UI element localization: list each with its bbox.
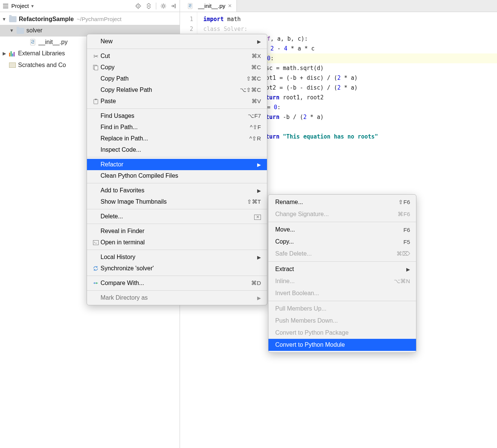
- menu-replace-in-path[interactable]: Replace in Path...^⇧R: [87, 133, 267, 144]
- svg-point-20: [32, 40, 32, 41]
- svg-rect-27: [93, 240, 98, 245]
- paste-icon: [91, 99, 101, 104]
- root-path: ~/PycharmProject: [77, 14, 122, 25]
- menu-local-history[interactable]: Local History▶: [87, 251, 267, 263]
- root-name: RefactoringSample: [19, 14, 74, 25]
- svg-rect-18: [175, 4, 175, 8]
- svg-point-21: [33, 43, 34, 44]
- menu-separator: [87, 157, 267, 157]
- svg-rect-26: [95, 99, 97, 100]
- file-label: __init__.py: [38, 37, 67, 48]
- project-view-label: Project: [11, 3, 29, 9]
- folder-label: solver: [26, 25, 43, 36]
- tree-root[interactable]: ▼ RefactoringSample ~/PycharmProject: [0, 14, 180, 25]
- svg-rect-25: [94, 99, 98, 104]
- python-file-icon: [29, 39, 36, 46]
- sync-icon: [91, 265, 101, 271]
- chevron-down-icon: ▼: [30, 4, 35, 8]
- submenu-change-signature: Change Signature...⌘F6: [268, 208, 416, 220]
- submenu-arrow-icon: ▶: [257, 295, 261, 301]
- menu-add-favorites[interactable]: Add to Favorites▶: [87, 185, 267, 196]
- copy-icon: [91, 65, 101, 70]
- menu-refactor[interactable]: Refactor▶: [87, 159, 267, 170]
- menu-compare-with[interactable]: Compare With...⌘D: [87, 277, 267, 289]
- chevron-down-icon: ▼: [9, 26, 14, 35]
- chevron-right-icon: ▶: [2, 49, 7, 58]
- menu-separator: [268, 301, 416, 301]
- gear-icon[interactable]: [160, 3, 167, 9]
- svg-line-14: [162, 4, 162, 5]
- menu-inspect-code[interactable]: Inspect Code...: [87, 144, 267, 155]
- python-file-icon: [187, 3, 194, 9]
- svg-point-9: [162, 5, 165, 7]
- menu-delete[interactable]: Delete...✕: [87, 211, 267, 222]
- close-icon[interactable]: ✕: [228, 3, 232, 9]
- folder-icon: [9, 16, 17, 22]
- menu-separator: [87, 224, 267, 224]
- menu-separator: [87, 108, 267, 109]
- menu-paste[interactable]: Paste⌘V: [87, 96, 267, 107]
- tab-label: __init__.py: [198, 3, 226, 9]
- menu-separator: [87, 250, 267, 250]
- scratches-label: Scratches and Co: [18, 59, 66, 71]
- menu-separator: [87, 290, 267, 291]
- menu-separator: [268, 261, 416, 262]
- menu-show-thumbnails[interactable]: Show Image Thumbnails⇧⌘T: [87, 196, 267, 207]
- menu-open-terminal[interactable]: Open in terminal: [87, 237, 267, 248]
- refactor-submenu: Rename...⇧F6 Change Signature...⌘F6 Move…: [268, 194, 416, 353]
- terminal-icon: [91, 240, 101, 245]
- libraries-icon: [9, 50, 16, 56]
- toolbar-separator: [156, 3, 156, 9]
- editor-tabbar: __init__.py ✕: [180, 0, 497, 12]
- menu-reveal-finder[interactable]: Reveal in Finder: [87, 226, 267, 237]
- ext-lib-label: External Libraries: [18, 48, 65, 59]
- context-menu: New▶ ✂Cut⌘X Copy⌘C Copy Path⇧⌘C Copy Rel…: [87, 34, 267, 305]
- menu-find-in-path[interactable]: Find in Path...^⇧F: [87, 122, 267, 133]
- menu-find-usages[interactable]: Find Usages⌥F7: [87, 110, 267, 122]
- menu-cut[interactable]: ✂Cut⌘X: [87, 50, 267, 62]
- svg-rect-0: [3, 4, 8, 5]
- locate-icon[interactable]: [135, 3, 142, 9]
- submenu-copy[interactable]: Copy...F5: [268, 236, 416, 248]
- menu-new[interactable]: New▶: [87, 36, 267, 47]
- editor-tab-init[interactable]: __init__.py ✕: [180, 0, 237, 12]
- scratches-icon: [9, 62, 16, 68]
- submenu-rename[interactable]: Rename...⇧F6: [268, 196, 416, 208]
- menu-separator: [87, 209, 267, 209]
- menu-clean-pyc[interactable]: Clean Python Compiled Files: [87, 170, 267, 181]
- menu-synchronize[interactable]: Synchronize 'solver': [87, 263, 267, 274]
- gutter-line: 2: [180, 24, 193, 34]
- submenu-move[interactable]: Move...F6: [268, 224, 416, 236]
- svg-line-17: [165, 4, 165, 5]
- submenu-arrow-icon: ▶: [257, 162, 261, 168]
- svg-rect-2: [3, 8, 8, 8]
- svg-point-4: [137, 5, 139, 6]
- collapse-all-icon[interactable]: [145, 3, 152, 9]
- submenu-convert-module[interactable]: Convert to Python Module: [268, 339, 416, 351]
- menu-copy[interactable]: Copy⌘C: [87, 62, 267, 73]
- menu-copy-relative-path[interactable]: Copy Relative Path⌥⇧⌘C: [87, 84, 267, 96]
- hide-icon[interactable]: [171, 3, 177, 9]
- submenu-extract[interactable]: Extract▶: [268, 263, 416, 275]
- compare-icon: [91, 280, 101, 286]
- submenu-arrow-icon: ▶: [257, 39, 261, 44]
- cut-icon: ✂: [91, 53, 101, 60]
- submenu-invert-boolean: Invert Boolean...: [268, 287, 416, 299]
- menu-copy-path[interactable]: Copy Path⇧⌘C: [87, 73, 267, 84]
- submenu-safe-delete: Safe Delete...⌘⌦: [268, 248, 416, 260]
- project-toolbar: Project ▼: [0, 0, 180, 12]
- project-view-dropdown[interactable]: Project ▼: [11, 3, 35, 9]
- submenu-pull-up: Pull Members Up...: [268, 303, 416, 315]
- svg-rect-1: [3, 6, 8, 6]
- menu-separator: [87, 49, 267, 49]
- folder-icon: [17, 28, 24, 34]
- submenu-convert-package: Convert to Python Package: [268, 327, 416, 339]
- submenu-push-down: Push Members Down...: [268, 315, 416, 327]
- submenu-inline: Inline...⌥⌘N: [268, 275, 416, 287]
- submenu-arrow-icon: ▶: [406, 267, 410, 272]
- chevron-down-icon: ▼: [2, 15, 7, 24]
- gutter-line: 1: [180, 14, 193, 24]
- menu-mark-directory[interactable]: Mark Directory as▶: [87, 292, 267, 303]
- submenu-arrow-icon: ▶: [257, 254, 261, 260]
- svg-line-15: [165, 7, 165, 8]
